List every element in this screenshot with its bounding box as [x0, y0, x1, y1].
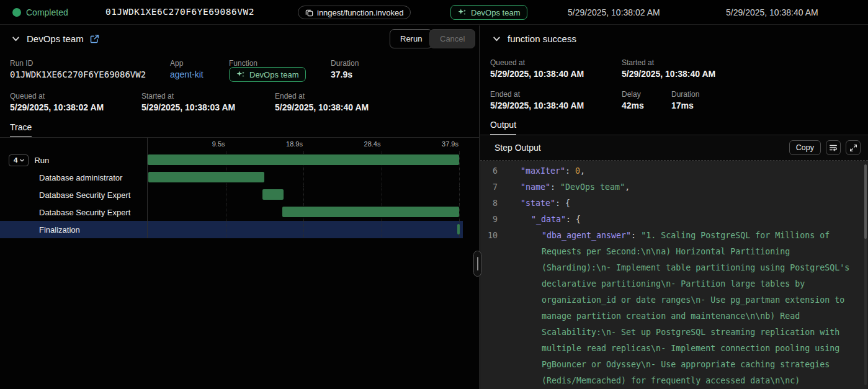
gridline	[303, 169, 304, 186]
trace-bar[interactable]	[282, 207, 459, 217]
step-output-code[interactable]: 6"maxIter": 0,7"name": "DevOps team",8"s…	[480, 161, 868, 389]
rerun-button[interactable]: Rerun	[390, 29, 432, 48]
trace-row-label-cell: Database Security Expert	[0, 186, 147, 203]
function-value-badge[interactable]: DevOps team	[229, 67, 306, 82]
code-line: 8"state": {	[480, 195, 868, 212]
code-line: 7"name": "DevOps team",	[480, 179, 868, 195]
tab-output[interactable]: Output	[490, 120, 516, 135]
duration-label: Duration	[331, 59, 359, 68]
gridline	[303, 221, 304, 238]
step-header: function success	[492, 34, 576, 44]
run-id-value: 01JWDK1XE6C270F6YE69086VW2	[10, 69, 146, 79]
app-link[interactable]: agent-kit	[170, 69, 204, 79]
line-number: 8	[480, 195, 499, 212]
chevron-down-icon	[19, 158, 25, 163]
function-badge[interactable]: DevOps team	[450, 5, 527, 20]
trace-waterfall: 9.5s18.9s28.4s37.9s 4RunDatabase adminis…	[0, 138, 463, 238]
trace-row-chart-cell	[147, 151, 459, 169]
trace-row-label-cell: Finalization	[0, 221, 147, 238]
topbar-run-id: 01JWDK1XE6C270F6YE69086VW2	[105, 7, 254, 17]
gridline	[226, 221, 226, 238]
run-id-label: Run ID	[10, 59, 33, 68]
trace-row-label-cell: Database administrator	[0, 169, 147, 186]
gridline	[382, 221, 382, 238]
sparkle-icon	[458, 8, 467, 17]
app-window: Completed 01JWDK1XE6C270F6YE69086VW2 inn…	[0, 0, 868, 389]
tab-trace[interactable]: Trace	[10, 122, 32, 138]
code-content: "name": "DevOps team",	[499, 179, 868, 195]
axis-tick-label: 9.5s	[212, 140, 226, 148]
trace-row-chart-cell	[147, 203, 459, 221]
trace-row[interactable]: Database administrator	[0, 169, 463, 186]
trace-rows: 4RunDatabase administratorDatabase Secur…	[0, 151, 463, 238]
trace-bar[interactable]	[148, 172, 264, 182]
trace-row-label-cell: 4Run	[0, 151, 147, 169]
code-line: 9"_data": {	[480, 212, 868, 228]
gridline	[459, 186, 460, 203]
trace-row[interactable]: Finalization	[0, 221, 463, 238]
trace-bar[interactable]	[262, 189, 283, 200]
gridline	[459, 151, 460, 169]
chevron-down-icon[interactable]	[492, 34, 501, 43]
step-queued-label: Queued at	[490, 58, 525, 67]
step-detail-panel: function success Queued at 5/29/2025, 10…	[480, 25, 868, 389]
code-scrollbar-thumb[interactable]	[864, 164, 867, 239]
gridline	[459, 169, 460, 186]
word-wrap-button[interactable]	[826, 140, 841, 155]
trace-row-chart-cell	[147, 186, 459, 203]
gridline	[459, 203, 460, 221]
axis-tick-label: 28.4s	[364, 140, 382, 148]
event-badge[interactable]: inngest/function.invoked	[298, 6, 411, 19]
function-label: Function	[229, 59, 257, 68]
trace-bar[interactable]	[148, 154, 459, 165]
external-link-icon[interactable]	[90, 34, 99, 43]
step-delay-label: Delay	[622, 90, 641, 99]
run-title: DevOps team	[27, 34, 84, 44]
resize-grip-icon	[477, 257, 478, 271]
sparkle-icon	[236, 70, 245, 79]
expand-button[interactable]	[846, 140, 861, 155]
code-content: "state": {	[499, 195, 868, 212]
trace-row-label-cell: Database Security Expert	[0, 203, 147, 221]
code-content: "_data": {	[499, 212, 868, 228]
trace-row-label: Database administrator	[39, 173, 122, 182]
gridline	[382, 186, 382, 203]
code-line: 6"maxIter": 0,	[480, 163, 868, 179]
step-duration-value: 17ms	[671, 101, 694, 110]
chevron-down-icon[interactable]	[11, 34, 20, 43]
step-delay-value: 42ms	[622, 101, 644, 110]
topbar-ended-time: 5/29/2025, 10:38:40 AM	[726, 7, 818, 17]
code-line: 10"dba_agent_answer": "1. Scaling Postgr…	[480, 228, 868, 389]
trace-bar[interactable]	[457, 224, 460, 235]
cancel-button[interactable]: Cancel	[429, 29, 475, 48]
trace-row-label: Database Security Expert	[39, 190, 130, 200]
run-header: DevOps team	[11, 34, 99, 44]
app-label: App	[170, 59, 183, 68]
topbar-queued-time: 5/29/2025, 10:38:02 AM	[568, 7, 660, 17]
trace-row[interactable]: Database Security Expert	[0, 203, 463, 221]
step-started-label: Started at	[622, 58, 654, 67]
child-count-badge[interactable]: 4	[9, 154, 29, 166]
ended-at-label: Ended at	[275, 92, 305, 101]
step-ended-value: 5/29/2025, 10:38:40 AM	[490, 101, 584, 110]
trace-axis: 9.5s18.9s28.4s37.9s	[147, 138, 459, 151]
copy-button[interactable]: Copy	[789, 140, 821, 155]
status-dot-icon	[12, 8, 21, 17]
axis-tick-label: 37.9s	[442, 140, 459, 148]
step-started-value: 5/29/2025, 10:38:40 AM	[622, 69, 715, 79]
line-number: 6	[480, 163, 499, 179]
run-detail-panel: DevOps team Rerun Cancel Run ID 01JWDK1X…	[0, 25, 480, 389]
code-content: "dba_agent_answer": "1. Scaling PostgreS…	[499, 228, 868, 389]
line-number: 9	[480, 212, 499, 228]
function-value-label: DevOps team	[249, 70, 298, 79]
axis-tick-label: 18.9s	[286, 140, 303, 148]
started-at-label: Started at	[141, 92, 174, 101]
gridline	[382, 169, 382, 186]
trace-row[interactable]: 4Run	[0, 151, 463, 169]
function-badge-label: DevOps team	[471, 8, 520, 17]
run-status-bar: Completed 01JWDK1XE6C270F6YE69086VW2 inn…	[0, 0, 868, 25]
panel-resize-handle[interactable]	[473, 251, 481, 277]
trace-row[interactable]: Database Security Expert	[0, 186, 463, 203]
trace-row-chart-cell	[147, 169, 459, 186]
status-label: Completed	[26, 7, 68, 17]
